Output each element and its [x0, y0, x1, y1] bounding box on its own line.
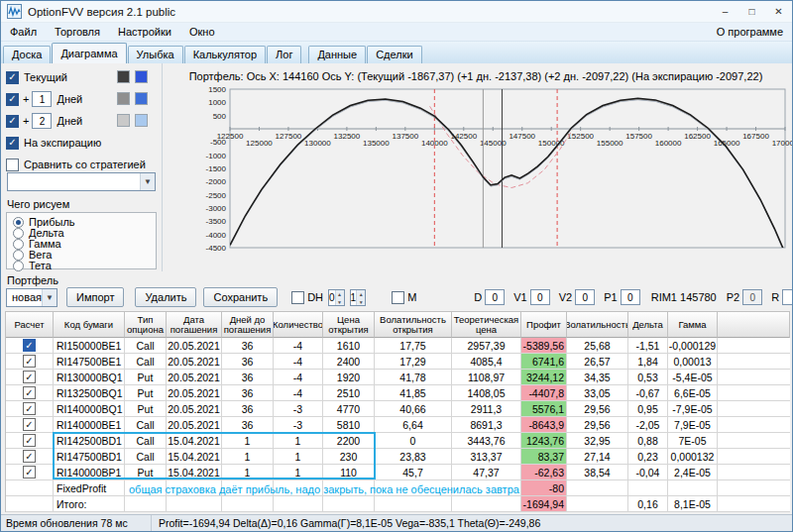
- app-icon: [7, 4, 22, 19]
- radio-icon[interactable]: [13, 261, 24, 271]
- table-row[interactable]: ✓RI140000BP1Put15.04.20211111045,747,37-…: [6, 465, 790, 480]
- row-calc-checkbox[interactable]: ✓: [23, 339, 36, 352]
- days-input[interactable]: 2: [32, 113, 52, 129]
- column-header[interactable]: Гамма: [668, 312, 718, 338]
- table-row[interactable]: ✓RI147500BD1Call15.04.20211123023,83313,…: [6, 449, 790, 465]
- menu-window[interactable]: Окно: [180, 23, 224, 42]
- radio-icon[interactable]: [13, 250, 24, 261]
- table-row[interactable]: ✓RI142500BD1Call15.04.202111220003443,76…: [6, 433, 790, 449]
- series-checkbox[interactable]: ✓: [6, 115, 19, 128]
- cell-filler: [718, 496, 790, 512]
- strategy-select[interactable]: ▼: [7, 172, 156, 191]
- column-header[interactable]: Тип опциона: [125, 312, 167, 338]
- spinner-arrows-icon[interactable]: ▲▼: [335, 290, 344, 305]
- tab-log[interactable]: Лог: [267, 46, 301, 63]
- cell-delta: 0,95: [628, 401, 668, 417]
- menu-settings[interactable]: Настройки: [109, 23, 180, 42]
- delete-button[interactable]: Удалить: [135, 287, 196, 307]
- column-header[interactable]: Теоретическая цена: [452, 312, 521, 338]
- column-header[interactable]: Код бумаги: [54, 312, 125, 338]
- menu-trade[interactable]: Торговля: [46, 23, 109, 42]
- menu-about[interactable]: О программе: [708, 23, 792, 42]
- table-row[interactable]: ✓RI147500BE1Call20.05.202136-4240017,294…: [6, 354, 790, 370]
- dh-spinner-1[interactable]: 0 ▲▼: [328, 289, 345, 306]
- column-header[interactable]: Цена открытия: [323, 312, 375, 338]
- radio-icon[interactable]: [13, 217, 24, 228]
- cell-delta: 0,88: [628, 433, 668, 449]
- d-field[interactable]: 0: [485, 289, 505, 305]
- tab-diagramma[interactable]: Диаграмма: [52, 43, 126, 63]
- tab-doska[interactable]: Доска: [3, 46, 51, 63]
- column-header[interactable]: Дней до погашения: [222, 312, 274, 338]
- v1-field[interactable]: 0: [530, 289, 550, 305]
- color-swatch[interactable]: [117, 70, 130, 83]
- color-swatch[interactable]: [117, 92, 130, 105]
- column-header[interactable]: Волатильность открытия: [375, 312, 452, 338]
- row-calc-checkbox[interactable]: ✓: [23, 402, 36, 415]
- maximize-button[interactable]: □: [738, 1, 765, 22]
- cell-date: 20.05.2021: [167, 370, 222, 385]
- save-button[interactable]: Сохранить: [203, 287, 278, 307]
- cell-days: 1: [222, 449, 274, 465]
- cell-profit: 5576,1: [521, 401, 567, 417]
- cell-vol_open: 45,7: [375, 465, 452, 480]
- tab-kalkulyator[interactable]: Калькулятор: [184, 46, 266, 63]
- color-swatch[interactable]: [135, 70, 148, 83]
- color-swatch[interactable]: [117, 114, 130, 127]
- series-checkbox[interactable]: ✓: [6, 93, 19, 106]
- cell-filler: [718, 465, 790, 480]
- column-header[interactable]: Волатильность: [567, 312, 628, 338]
- compare-strategy-checkbox[interactable]: [6, 159, 19, 171]
- m-checkbox[interactable]: [392, 291, 404, 304]
- svg-text:-2500: -2500: [206, 191, 227, 200]
- days-input[interactable]: 1: [32, 91, 52, 107]
- row-calc-checkbox[interactable]: ✓: [23, 434, 36, 447]
- portfolio-select[interactable]: новая ▼: [6, 288, 57, 307]
- table-row[interactable]: ✓RI130000BQ1Put20.05.202136-4192041,7811…: [6, 370, 790, 385]
- column-header[interactable]: Дельта: [628, 312, 668, 338]
- cell-date: 15.04.2021: [167, 465, 222, 480]
- column-header[interactable]: Профит: [521, 312, 567, 338]
- radio-icon[interactable]: [13, 239, 24, 250]
- minimize-button[interactable]: –: [712, 1, 738, 22]
- column-header[interactable]: Количество: [274, 312, 323, 338]
- menu-file[interactable]: Файл: [1, 23, 46, 42]
- table-row[interactable]: ✓RI150000BE1Call20.05.202136-4161017,752…: [6, 338, 790, 354]
- row-calc-checkbox[interactable]: ✓: [23, 418, 36, 431]
- dh-checkbox[interactable]: [291, 291, 304, 304]
- import-button[interactable]: Импорт: [66, 287, 124, 307]
- row-calc-checkbox[interactable]: ✓: [23, 466, 36, 479]
- profit-chart[interactable]: 1225001250001275001300001325001350001375…: [163, 63, 793, 273]
- radio-theta[interactable]: Тета: [13, 260, 52, 271]
- table-row[interactable]: ✓RI140000BE1Call20.05.202136-358106,6486…: [6, 417, 790, 433]
- total-row[interactable]: Итого:-1694,940,168,1E-05: [6, 496, 790, 512]
- close-button[interactable]: ✕: [765, 1, 792, 22]
- series-checkbox[interactable]: ✓: [6, 137, 19, 150]
- table-row[interactable]: ✓RI132500BQ1Put20.05.202136-4251041,8514…: [6, 385, 790, 401]
- column-header[interactable]: Дата погашения: [167, 312, 222, 338]
- v2-field[interactable]: 0: [575, 289, 595, 305]
- radio-icon[interactable]: [13, 228, 24, 239]
- series-checkbox[interactable]: ✓: [6, 71, 19, 84]
- cell-theor: 1108,97: [452, 370, 521, 385]
- tab-ulybka[interactable]: Улыбка: [128, 46, 183, 63]
- cell-theor: 313,37: [452, 449, 521, 465]
- p2-field[interactable]: 0: [742, 289, 762, 305]
- column-header[interactable]: Расчет: [6, 312, 54, 338]
- row-calc-checkbox[interactable]: ✓: [23, 386, 36, 399]
- r-field[interactable]: [782, 289, 792, 305]
- p1-field[interactable]: 0: [621, 289, 640, 305]
- tab-dannye[interactable]: Данные: [308, 46, 366, 63]
- table-row[interactable]: ✓RI140000BQ1Put20.05.202136-3477040,6629…: [6, 401, 790, 417]
- color-swatch[interactable]: [135, 114, 148, 127]
- dh-spinner-2[interactable]: 1 ▲▼: [350, 289, 367, 306]
- color-swatch[interactable]: [135, 92, 148, 105]
- row-calc-checkbox[interactable]: ✓: [23, 450, 36, 463]
- svg-text:-2000: -2000: [206, 177, 227, 186]
- tab-sdelki[interactable]: Сделки: [367, 46, 422, 63]
- cell-vol_open: 41,78: [375, 370, 452, 385]
- spinner-arrows-icon[interactable]: ▲▼: [356, 290, 365, 305]
- row-calc-checkbox[interactable]: ✓: [23, 371, 36, 383]
- row-calc-checkbox[interactable]: ✓: [23, 355, 36, 368]
- app-window: OptionFVV версия 2.1 public – □ ✕ ФайлТо…: [0, 0, 793, 532]
